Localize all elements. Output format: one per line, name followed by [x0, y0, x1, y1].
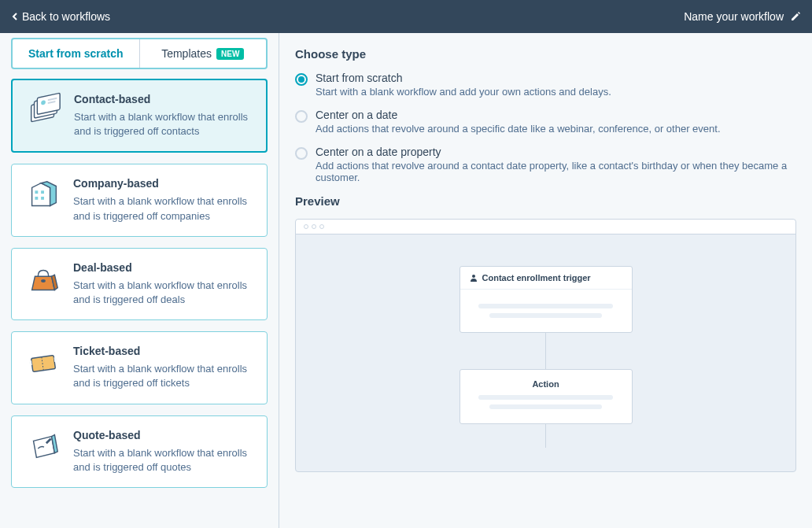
option-center-on-date-property[interactable]: Center on a date property Add actions th… — [295, 146, 796, 183]
tab-templates-label: Templates — [161, 47, 212, 60]
svg-point-13 — [472, 275, 475, 278]
option-date-desc: Add actions that revolve around a specif… — [316, 123, 796, 135]
card-quote-title: Quote-based — [73, 429, 254, 441]
svg-rect-8 — [35, 197, 38, 200]
card-deal-desc: Start with a blank workflow that enrolls… — [73, 279, 254, 307]
preview-trigger-label: Contact enrollment trigger — [482, 273, 591, 282]
new-badge: NEW — [216, 48, 244, 60]
left-panel: Start from scratch Templates NEW Contact… — [0, 33, 279, 528]
choose-type-heading: Choose type — [295, 47, 796, 61]
ticket-icon — [24, 345, 62, 382]
contact-icon — [25, 93, 63, 131]
svg-rect-6 — [35, 191, 38, 194]
card-ticket-based[interactable]: Ticket-based Start with a blank workflow… — [11, 331, 268, 404]
preview-box: Contact enrollment trigger Action — [295, 219, 796, 472]
card-company-desc: Start with a blank workflow that enrolls… — [73, 194, 254, 223]
option-scratch-desc: Start with a blank workflow and add your… — [316, 86, 796, 98]
card-deal-title: Deal-based — [73, 261, 254, 274]
pencil-icon — [790, 11, 801, 22]
workflow-name-label: Name your workflow — [684, 10, 784, 23]
card-deal-based[interactable]: Deal-based Start with a blank workflow t… — [11, 248, 268, 320]
option-date-label: Center on a date — [316, 109, 796, 121]
radio-icon — [295, 147, 308, 160]
back-link[interactable]: Back to workflows — [11, 10, 110, 23]
chevron-left-icon — [11, 12, 19, 21]
tab-start-from-scratch[interactable]: Start from scratch — [13, 39, 140, 68]
card-ticket-title: Ticket-based — [73, 345, 254, 357]
workflow-name[interactable]: Name your workflow — [684, 10, 801, 23]
card-contact-desc: Start with a blank workflow that enrolls… — [74, 110, 253, 138]
svg-rect-9 — [41, 197, 44, 200]
preview-action-card: Action — [460, 369, 633, 424]
card-company-based[interactable]: Company-based Start with a blank workflo… — [11, 164, 268, 236]
option-scratch-label: Start from scratch — [316, 72, 796, 84]
option-dateprop-label: Center on a date property — [316, 146, 796, 158]
card-quote-based[interactable]: Quote-based Start with a blank workflow … — [11, 415, 268, 488]
deal-icon — [24, 261, 62, 299]
tab-scratch-label: Start from scratch — [28, 47, 124, 60]
company-icon — [24, 177, 62, 215]
card-company-title: Company-based — [73, 177, 254, 190]
card-ticket-desc: Start with a blank workflow that enrolls… — [73, 362, 254, 390]
card-contact-based[interactable]: Contact-based Start with a blank workflo… — [11, 79, 268, 153]
tab-templates[interactable]: Templates NEW — [140, 39, 267, 68]
right-panel: Choose type Start from scratch Start wit… — [279, 33, 812, 528]
radio-checked-icon — [295, 73, 308, 86]
tab-group: Start from scratch Templates NEW — [11, 38, 268, 69]
person-icon — [470, 274, 478, 282]
quote-icon — [24, 429, 62, 467]
svg-point-10 — [41, 279, 46, 282]
card-quote-desc: Start with a blank workflow that enrolls… — [73, 446, 254, 474]
option-start-from-scratch[interactable]: Start from scratch Start with a blank wo… — [295, 72, 796, 98]
svg-rect-7 — [41, 191, 44, 194]
back-label: Back to workflows — [22, 10, 110, 23]
option-dateprop-desc: Add actions that revolve around a contac… — [316, 160, 796, 183]
preview-window-header — [296, 220, 795, 234]
preview-trigger-card: Contact enrollment trigger — [460, 266, 633, 333]
preview-action-label: Action — [471, 379, 621, 389]
radio-icon — [295, 110, 308, 123]
preview-heading: Preview — [295, 194, 796, 208]
option-center-on-date[interactable]: Center on a date Add actions that revolv… — [295, 109, 796, 135]
card-contact-title: Contact-based — [74, 93, 253, 105]
